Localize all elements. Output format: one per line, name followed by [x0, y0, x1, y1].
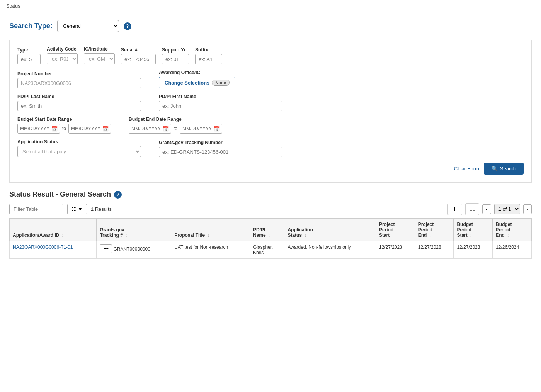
type-input[interactable] [17, 54, 41, 64]
filter-table-input[interactable] [9, 204, 63, 214]
sort-pdpi-icon[interactable]: ↕ [268, 233, 270, 238]
support-yr-group: Support Yr. [162, 47, 189, 64]
application-status-group: Application Status Select all that apply [17, 139, 141, 157]
application-status-select[interactable]: Select all that apply [17, 146, 141, 157]
pdpi-firstname-label: PD/PI First Name [159, 94, 282, 99]
ic-institute-group: IC/Institute ex: GM [84, 46, 115, 64]
budget-start-to-wrap: 📅 [68, 124, 111, 134]
column-toggle-button[interactable]: ☷ ▼ [67, 204, 87, 214]
form-actions: Clear Form 🔍 Search [17, 163, 524, 175]
application-status-label: Application Status [17, 139, 141, 144]
budget-end-from-wrap: 📅 [129, 124, 171, 134]
pagination-select[interactable]: 1 of 1 [494, 204, 520, 214]
change-selections-button[interactable]: Change Selections None [159, 77, 235, 88]
status-tracking-row: Application Status Select all that apply… [17, 139, 524, 157]
pdpi-lastname-label: PD/PI Last Name [17, 94, 141, 99]
download-button[interactable]: ⭳ [447, 204, 462, 215]
activity-code-label: Activity Code [47, 46, 78, 52]
tracking-number-input[interactable] [159, 147, 282, 157]
column-toggle-icon: ☷ [71, 206, 76, 212]
next-page-button[interactable]: › [523, 204, 532, 214]
col-status: ApplicationStatus ↕ [284, 219, 376, 241]
serial-group: Serial # [121, 47, 156, 64]
serial-input[interactable] [121, 54, 156, 64]
budget-end-group: Budget End Date Range 📅 to 📅 [129, 117, 222, 134]
sort-budget-end-icon[interactable]: ↕ [507, 233, 509, 238]
sort-app-id-icon[interactable]: ↕ [62, 233, 64, 238]
pdpi-firstname-group: PD/PI First Name [159, 94, 282, 111]
ic-institute-label: IC/Institute [84, 46, 115, 52]
table-header-row: Application/Award ID ↕ Grants.govTrackin… [10, 219, 532, 241]
cell-app-id: NA23OARX000G0006-T1-01 [10, 241, 97, 259]
budget-start-to-input[interactable] [68, 124, 111, 134]
pdpi-lastname-input[interactable] [17, 101, 141, 111]
col-app-id: Application/Award ID ↕ [10, 219, 97, 241]
tracking-number-group: Grants.gov Tracking Number [159, 140, 282, 157]
budget-start-range: 📅 to 📅 [17, 124, 111, 134]
ic-institute-select[interactable]: ex: GM [84, 53, 115, 64]
awarding-badge: None [212, 80, 230, 86]
support-yr-label: Support Yr. [162, 47, 189, 53]
app-status-value: Awarded. Non-fellowships only [288, 244, 351, 250]
cell-pdpi: Glaspher,Khris [250, 241, 284, 259]
cell-budget-start: 12/27/2023 [454, 241, 493, 259]
project-number-group: Project Number [17, 71, 141, 88]
help-icon[interactable]: ? [124, 22, 131, 30]
support-yr-input[interactable] [162, 54, 189, 64]
budget-dates-row: Budget Start Date Range 📅 to 📅 Budget En… [17, 117, 524, 134]
project-number-input[interactable] [17, 78, 141, 88]
budget-end-to-input[interactable] [180, 124, 222, 134]
suffix-group: Suffix [195, 47, 222, 64]
search-button-label: Search [500, 166, 516, 171]
app-id-link[interactable]: NA23OARX000G0006-T1-01 [13, 244, 73, 250]
budget-end-value: 12/26/2024 [496, 244, 519, 250]
pdpi-firstname-input[interactable] [159, 101, 282, 111]
toolbar-right: ⭳ ☷ ‹ 1 of 1 › [447, 203, 532, 215]
budget-end-from-input[interactable] [129, 124, 171, 134]
type-group: Type [17, 47, 41, 64]
search-type-select[interactable]: General Advanced [57, 20, 119, 32]
proposal-title-value: UAT test for Non-research [174, 244, 228, 250]
budget-start-label: Budget Start Date Range [17, 117, 111, 122]
sort-budget-start-icon[interactable]: ↕ [470, 233, 472, 238]
activity-code-select[interactable]: ex: R01 [47, 53, 78, 64]
sort-proj-end-icon[interactable]: ↕ [429, 233, 431, 238]
sort-title-icon[interactable]: ↕ [208, 233, 209, 238]
search-type-label: Search Type: [9, 22, 53, 30]
search-button[interactable]: 🔍 Search [484, 163, 524, 175]
suffix-input[interactable] [195, 54, 222, 64]
budget-start-group: Budget Start Date Range 📅 to 📅 [17, 117, 111, 134]
prev-page-button[interactable]: ‹ [482, 204, 491, 214]
cell-proj-start: 12/27/2023 [376, 241, 415, 259]
page-header: Status [0, 0, 541, 12]
chevron-down-icon: ▼ [78, 206, 83, 212]
sort-tracking-icon[interactable]: ↕ [125, 233, 127, 238]
pdpi-row: PD/PI Last Name PD/PI First Name [17, 94, 524, 111]
sort-proj-start-icon[interactable]: ↓ [392, 233, 394, 238]
cell-status: Awarded. Non-fellowships only [284, 241, 376, 259]
more-options-button[interactable]: ••• [100, 244, 112, 253]
budget-start-from-input[interactable] [17, 124, 60, 134]
col-proj-start: ProjectPeriodStart ↓ [376, 219, 415, 241]
cell-tracking: ••• GRANT00000000 [97, 241, 171, 259]
col-budget-start: BudgetPeriodStart ↕ [454, 219, 493, 241]
sort-status-icon[interactable]: ↕ [304, 233, 306, 238]
results-title-text: Status Result - General Search [9, 190, 111, 199]
clear-form-button[interactable]: Clear Form [454, 166, 479, 171]
awarding-office-group: Awarding Office/IC Change Selections Non… [159, 70, 235, 88]
results-title-row: Status Result - General Search ? [9, 190, 532, 199]
tracking-number-label: Grants.gov Tracking Number [159, 140, 282, 145]
results-toolbar: ☷ ▼ 1 Results ⭳ ☷ ‹ 1 of 1 › [9, 203, 532, 215]
cell-proj-end: 12/27/2028 [415, 241, 454, 259]
col-title: Proposal Title ↕ [171, 219, 250, 241]
table-container: Application/Award ID ↕ Grants.govTrackin… [9, 218, 532, 259]
tracking-number-value: GRANT00000000 [113, 246, 150, 252]
results-count: 1 Results [91, 206, 112, 212]
results-help-icon[interactable]: ? [114, 191, 122, 199]
proj-start-value: 12/27/2023 [379, 244, 402, 250]
grid-view-button[interactable]: ☷ [465, 203, 479, 215]
col-tracking: Grants.govTracking # ↕ [97, 219, 171, 241]
change-selections-label: Change Selections [165, 80, 209, 86]
cell-title: UAT test for Non-research [171, 241, 250, 259]
basic-fields-row: Type Activity Code ex: R01 IC/Institute … [17, 46, 524, 64]
